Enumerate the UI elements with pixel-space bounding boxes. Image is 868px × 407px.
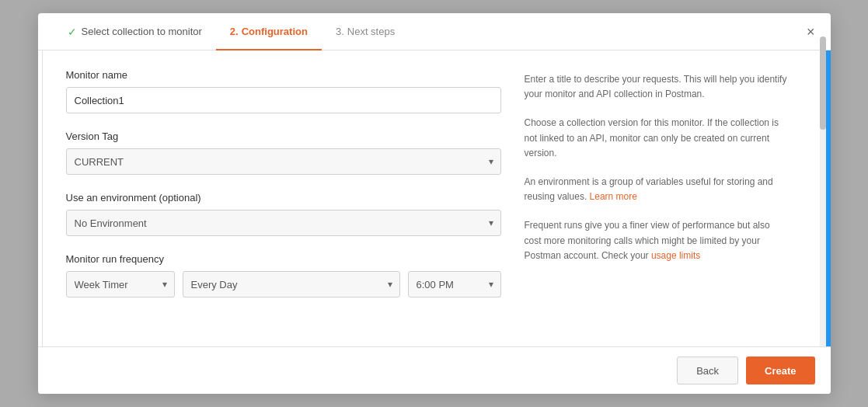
frequency-time-wrapper: 6:00 PM 7:00 PM 8:00 PM 9:00 PM [408, 271, 501, 297]
monitor-name-label: Monitor name [66, 69, 501, 81]
version-tag-label: Version Tag [66, 130, 501, 142]
monitor-name-input[interactable] [66, 87, 501, 113]
tab-step2[interactable]: 2. Configuration [216, 13, 322, 50]
monitor-name-help: Enter a title to describe your requests.… [525, 72, 789, 102]
frequency-day-wrapper: Every Day Monday Tuesday Wednesday Thurs… [183, 271, 400, 297]
environment-help: An environment is a group of variables u… [525, 175, 789, 204]
create-button[interactable]: Create [746, 357, 814, 384]
version-tag-wrapper: CURRENT v1 v2 [66, 148, 501, 175]
tab-step1-label: Select collection to monitor [82, 26, 202, 37]
frequency-timer-wrapper: Week Timer Hour Timer Day Timer [66, 271, 175, 297]
frequency-label: Monitor run frequency [66, 253, 501, 265]
learn-more-link[interactable]: Learn more [590, 191, 637, 202]
environment-label: Use an environment (optional) [66, 192, 501, 204]
scroll-thumb[interactable] [820, 50, 826, 130]
close-button[interactable]: × [804, 22, 818, 42]
environment-help-text: An environment is a group of variables u… [525, 176, 773, 202]
frequency-time-select[interactable]: 6:00 PM 7:00 PM 8:00 PM 9:00 PM [408, 271, 501, 297]
environment-select[interactable]: No Environment Development Production [66, 210, 501, 236]
monitor-name-group: Monitor name [66, 69, 501, 113]
modal-header: ✓ Select collection to monitor 2. Config… [38, 13, 831, 50]
tab-step1[interactable]: ✓ Select collection to monitor [54, 13, 216, 50]
frequency-help: Frequent runs give you a finer view of p… [525, 218, 789, 263]
modal-overlay: ✓ Select collection to monitor 2. Config… [0, 0, 868, 407]
version-tag-group: Version Tag CURRENT v1 v2 [66, 130, 501, 175]
modal-footer: Back Create [38, 346, 831, 394]
check-icon: ✓ [68, 26, 77, 38]
back-button[interactable]: Back [677, 357, 738, 384]
modal-body: Monitor name Version Tag CURRENT v1 v2 [38, 50, 831, 346]
frequency-help-text: Frequent runs give you a finer view of p… [525, 220, 770, 260]
usage-limits-link[interactable]: usage limits [651, 250, 700, 261]
main-content: Monitor name Version Tag CURRENT v1 v2 [43, 50, 820, 346]
version-tag-help: Choose a collection version for this mon… [525, 116, 789, 161]
scrollbar [820, 50, 826, 346]
environment-wrapper: No Environment Development Production [66, 210, 501, 236]
tab-step2-number: 2. [230, 26, 239, 37]
tab-step2-label: Configuration [242, 26, 308, 37]
right-accent-bar [826, 50, 831, 346]
modal-dialog: ✓ Select collection to monitor 2. Config… [38, 13, 831, 394]
form-section: Monitor name Version Tag CURRENT v1 v2 [66, 69, 501, 328]
help-section: Enter a title to describe your requests.… [525, 69, 789, 328]
frequency-group: Monitor run frequency Week Timer Hour Ti… [66, 253, 501, 297]
frequency-day-select[interactable]: Every Day Monday Tuesday Wednesday Thurs… [183, 271, 400, 297]
tab-step3-number: 3. [336, 26, 344, 37]
tab-step3[interactable]: 3. Next steps [322, 13, 409, 50]
frequency-row: Week Timer Hour Timer Day Timer Every Da… [66, 271, 501, 297]
version-tag-select[interactable]: CURRENT v1 v2 [66, 148, 501, 175]
environment-group: Use an environment (optional) No Environ… [66, 192, 501, 236]
tab-step3-label: Next steps [347, 26, 395, 37]
frequency-timer-select[interactable]: Week Timer Hour Timer Day Timer [66, 271, 175, 297]
